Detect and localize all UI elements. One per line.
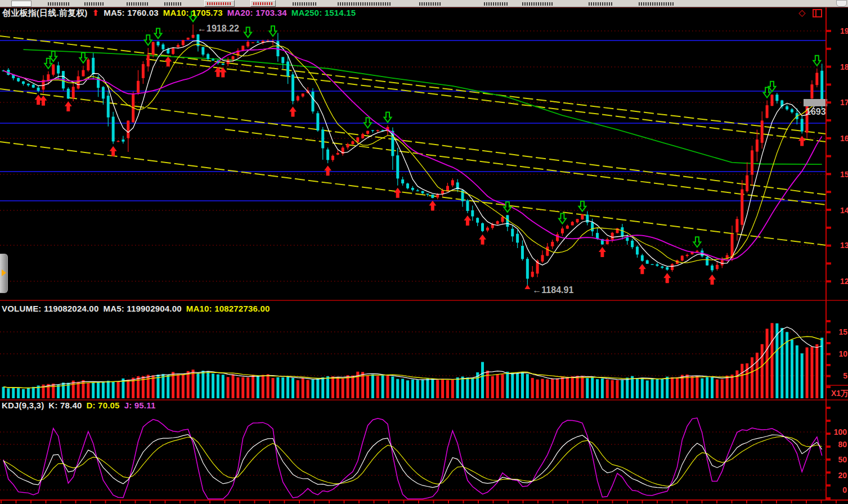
axis-label: 15 bbox=[838, 327, 847, 336]
menu-item[interactable] bbox=[589, 2, 613, 6]
volume-ma5-value: MA5: 119902904.00 bbox=[103, 304, 181, 313]
buy-arrow-icon bbox=[164, 56, 172, 66]
buy-arrow-icon bbox=[324, 165, 331, 176]
buy-arrow-icon bbox=[289, 106, 297, 116]
sell-arrow-icon bbox=[244, 27, 252, 37]
axis-label: 1400 bbox=[840, 206, 848, 215]
menu-item[interactable] bbox=[639, 2, 675, 6]
split-window-icon[interactable] bbox=[813, 9, 822, 17]
split-line bbox=[815, 10, 816, 16]
axis-label: 20 bbox=[838, 471, 847, 480]
axis-label: 5 bbox=[843, 371, 847, 380]
axis-label: 1500 bbox=[840, 170, 848, 179]
buy-arrow-icon bbox=[219, 68, 227, 78]
kdj-j-value: J: 95.11 bbox=[124, 400, 156, 410]
red-menu-text bbox=[253, 2, 273, 5]
sell-arrow-icon bbox=[50, 51, 57, 61]
volume-value: VOLUME: 119082024.00 bbox=[2, 304, 98, 313]
trading-terminal-screen: { "header": { "title": "创业板指(日线.前复权)", "… bbox=[0, 0, 848, 504]
app-logo-icon bbox=[11, 1, 32, 7]
low-marker-triangle bbox=[524, 285, 530, 289]
sell-arrow-icon bbox=[145, 35, 152, 45]
high-annotation: ←1918.22 bbox=[198, 24, 239, 33]
kdj-pane-header: KDJ(9,3,3)K: 78.40D: 70.05J: 95.11 bbox=[2, 400, 160, 410]
axis-label: 1300 bbox=[840, 241, 848, 250]
buy-arrow-icon bbox=[639, 264, 646, 274]
buy-arrow-icon bbox=[464, 215, 471, 226]
sell-arrow-icon bbox=[154, 28, 161, 38]
axis-label: 1700 bbox=[840, 98, 848, 107]
axis-label: 0 bbox=[842, 485, 847, 494]
axis-label: 1900 bbox=[840, 26, 848, 35]
sell-arrow-icon bbox=[693, 237, 701, 247]
window-control[interactable] bbox=[836, 0, 847, 7]
menu-button-highlight-2[interactable] bbox=[250, 0, 276, 7]
buy-arrow-icon bbox=[39, 96, 47, 106]
buy-arrow-icon bbox=[708, 274, 716, 285]
ma250-value: MA250: 1514.15 bbox=[291, 8, 356, 17]
candlestick-series bbox=[2, 24, 824, 286]
buy-arrow-icon bbox=[394, 188, 401, 198]
chart-canvas[interactable]: ←1918.22←1184.91169319001800170016001500… bbox=[0, 0, 848, 504]
kdj-d-value: D: 70.05 bbox=[87, 400, 120, 410]
menu-item[interactable] bbox=[338, 2, 392, 6]
volume-ma5-line bbox=[3, 327, 822, 388]
axis-label: 100 bbox=[834, 428, 847, 436]
kdj-j-line bbox=[3, 418, 822, 499]
buy-arrow-icon bbox=[479, 235, 486, 245]
menu-item[interactable] bbox=[293, 2, 316, 6]
buy-arrow-icon bbox=[663, 273, 671, 283]
right-triangle-icon bbox=[2, 269, 6, 276]
sell-arrow-icon bbox=[578, 201, 586, 212]
symbol-title: 创业板指(日线.前复权) bbox=[2, 8, 88, 17]
menu-item[interactable] bbox=[127, 2, 149, 6]
axis-label: 10 bbox=[838, 349, 847, 358]
buy-arrow-icon bbox=[798, 136, 806, 146]
support-level-lines bbox=[0, 40, 826, 201]
diamond-icon[interactable]: ◇ bbox=[798, 7, 805, 18]
kdj-k-value: K: 78.40 bbox=[48, 400, 82, 410]
ma20-value: MA20: 1703.34 bbox=[227, 8, 287, 17]
axis-labels: 1900180017001600150014001300120015105X1万… bbox=[831, 26, 848, 494]
pane-frame bbox=[0, 7, 848, 503]
menu-item[interactable] bbox=[84, 2, 104, 6]
menu-item[interactable] bbox=[522, 2, 554, 6]
low-annotation: ←1184.91 bbox=[532, 285, 573, 295]
axis-label: 50 bbox=[838, 455, 847, 464]
ma5-value: MA5: 1760.03 bbox=[104, 8, 158, 17]
sidebar-expand-tab[interactable] bbox=[0, 254, 8, 293]
buy-arrow-icon bbox=[599, 247, 606, 257]
axis-label: 1600 bbox=[840, 134, 848, 143]
kdj-lines bbox=[3, 418, 822, 499]
buy-arrow-icon bbox=[110, 146, 117, 156]
sell-arrow-icon bbox=[813, 56, 820, 66]
dotted-gridlines bbox=[0, 31, 826, 490]
axis-label: 1800 bbox=[840, 62, 848, 71]
red-menu-text bbox=[207, 2, 232, 5]
menu-item[interactable] bbox=[484, 2, 509, 6]
menu-button-highlight-1[interactable] bbox=[204, 0, 235, 7]
sell-arrow-icon bbox=[269, 26, 276, 36]
axis-label: 80 bbox=[838, 440, 847, 449]
menu-item[interactable] bbox=[48, 2, 70, 6]
volume-pane-header: VOLUME: 119082024.00MA5: 119902904.00MA1… bbox=[2, 304, 275, 313]
axis-label: 1200 bbox=[840, 277, 848, 286]
menu-item[interactable] bbox=[419, 2, 442, 6]
sell-arrow-icon bbox=[384, 112, 391, 122]
sell-arrow-icon bbox=[559, 214, 566, 224]
sell-arrow-icon bbox=[364, 118, 371, 128]
volume-ma-lines bbox=[3, 327, 822, 388]
last-price-text: 1693 bbox=[806, 107, 826, 116]
buy-arrow-icon bbox=[429, 200, 436, 210]
kdj-label: KDJ(9,3,3) bbox=[2, 400, 44, 410]
menu-bar[interactable] bbox=[0, 0, 848, 7]
volume-bars bbox=[2, 323, 824, 398]
kdj-k-line bbox=[3, 434, 822, 488]
up-arrow-icon: ⬆ bbox=[92, 8, 100, 17]
sell-arrow-icon bbox=[79, 53, 87, 63]
menu-item[interactable] bbox=[164, 2, 182, 6]
sell-arrow-icon bbox=[768, 82, 775, 92]
last-price-tag bbox=[804, 99, 827, 106]
axis-label: X1万 bbox=[831, 389, 848, 398]
ma10-value: MA10: 1705.73 bbox=[163, 8, 223, 17]
